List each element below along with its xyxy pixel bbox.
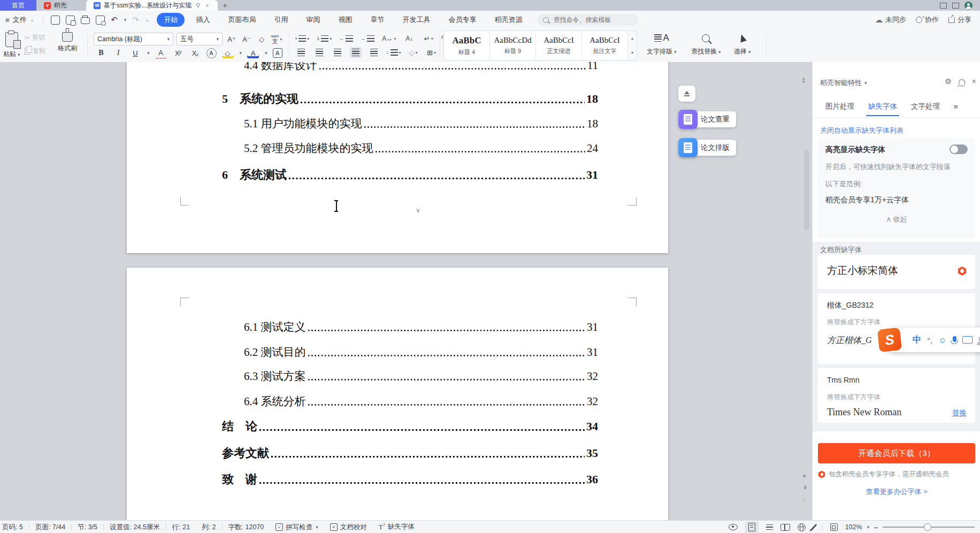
file-menu[interactable]: ≡ 文件 ⌄: [0, 15, 40, 25]
read-mode-icon[interactable]: [780, 524, 790, 531]
ribbon-tab-section[interactable]: 章节: [363, 13, 391, 27]
underline-button[interactable]: U: [129, 48, 141, 58]
collaborate-button[interactable]: 协作: [916, 15, 939, 25]
more-tabs-icon[interactable]: ≡: [954, 103, 958, 111]
font-card-fangzheng[interactable]: 方正小标宋简体: [818, 255, 975, 289]
ribbon-tab-page-layout[interactable]: 页面布局: [221, 13, 263, 27]
bell-icon[interactable]: [959, 79, 965, 85]
print-layout-view-button[interactable]: [745, 521, 759, 533]
line-spacing-button[interactable]: ↕▾: [386, 47, 401, 58]
ime-emoji-icon[interactable]: ☺: [938, 336, 946, 345]
chevron-down-icon[interactable]: ▾: [240, 50, 242, 56]
subscript-button[interactable]: X₂: [189, 48, 201, 58]
styles-scroll-up-icon[interactable]: ▴: [631, 36, 633, 41]
print-preview-icon[interactable]: [96, 16, 105, 25]
document-canvas[interactable]: 4.4 数据库设计11 5 系统的实现18 5.1 用户功能模块的实现18 5.…: [0, 62, 812, 520]
style-body-indent[interactable]: AaBbCcI 正文缩进: [536, 31, 582, 60]
more-commands-icon[interactable]: ⌄: [146, 17, 150, 22]
tab-document[interactable]: W 基于ssm实验...系统设计与实现 ⚲ ×: [86, 0, 218, 11]
bold-button[interactable]: B: [95, 48, 107, 58]
gear-icon[interactable]: ⚙: [945, 77, 952, 86]
replace-link[interactable]: 替换: [952, 408, 967, 418]
borders-button[interactable]: ⊞▾: [426, 47, 438, 58]
zoom-slider[interactable]: [883, 527, 975, 528]
redo-icon[interactable]: ↷: [132, 15, 139, 25]
tab-image-processing[interactable]: 图片处理: [825, 102, 854, 111]
close-tab-icon[interactable]: ×: [204, 2, 210, 9]
numbered-list-button[interactable]: 1▾: [317, 33, 332, 44]
superscript-button[interactable]: X²: [172, 48, 184, 58]
text-direction-button[interactable]: A↓: [403, 33, 415, 44]
tab-home[interactable]: 首页: [0, 0, 36, 11]
highlight-color-button[interactable]: ◇: [222, 48, 234, 58]
spell-check-button[interactable]: ✓ 拼写检查 ▾: [270, 523, 324, 532]
eye-protection-icon[interactable]: [729, 524, 738, 530]
ime-keyboard-icon[interactable]: [962, 336, 973, 344]
command-search-box[interactable]: [538, 14, 638, 26]
font-size-select[interactable]: 五号 ▾: [177, 33, 223, 45]
pinyin-guide-button[interactable]: wén文 ▾: [271, 34, 282, 44]
pin-tab-icon[interactable]: ⚲: [195, 2, 201, 9]
export-pdf-icon[interactable]: [66, 16, 75, 25]
paste-button[interactable]: 粘贴 ▾: [3, 32, 20, 59]
ime-chinese-mode-icon[interactable]: 中: [913, 334, 921, 346]
ink-annotate-icon[interactable]: [811, 524, 817, 530]
scroll-down-icon[interactable]: ▾: [803, 473, 806, 479]
document-proofing-button[interactable]: × 文档校对: [324, 523, 373, 532]
decrease-indent-button[interactable]: ←: [339, 33, 353, 44]
tab-docer[interactable]: V 稻壳: [36, 0, 74, 11]
styles-scroll-down-icon[interactable]: ▾: [631, 50, 633, 55]
font-color-button[interactable]: A: [247, 48, 259, 58]
fit-page-icon[interactable]: [830, 523, 838, 531]
tab-missing-fonts[interactable]: 缺失字体: [868, 102, 897, 111]
style-heading4[interactable]: AaBbC 标题 4: [444, 31, 490, 60]
copy-button[interactable]: 复制: [25, 47, 45, 56]
missing-font-status-button[interactable]: T? 缺失字体: [373, 522, 420, 531]
style-heading9[interactable]: AaBbCcDd 标题 9: [490, 31, 536, 60]
web-layout-icon[interactable]: [798, 523, 806, 531]
style-comment-text[interactable]: AaBbCcI 批注文字: [582, 31, 628, 60]
increase-font-button[interactable]: A⁺: [226, 34, 238, 44]
font-name-select[interactable]: Cambria (标题) ▾: [94, 33, 173, 45]
prev-page-icon[interactable]: ⇞: [803, 485, 807, 491]
zoom-percent[interactable]: 102%: [845, 523, 862, 531]
align-right-button[interactable]: [332, 47, 343, 58]
bullet-list-button[interactable]: •▾: [295, 33, 309, 44]
save-icon[interactable]: [51, 16, 60, 25]
document-page-1[interactable]: 4.4 数据库设计11 5 系统的实现18 5.1 用户功能模块的实现18 5.…: [127, 62, 668, 253]
vertical-scrollbar-thumb[interactable]: [804, 150, 809, 230]
chevron-down-icon[interactable]: ▾: [265, 50, 267, 56]
collapse-panel-button[interactable]: [678, 86, 695, 102]
tab-text-processing[interactable]: 文字处理: [911, 102, 940, 111]
status-word-count[interactable]: 字数: 12070: [223, 523, 270, 532]
document-page-2[interactable]: 6.1 测试定义31 6.2 测试目的31 6.3 测试方案32 6.4 系统分…: [127, 268, 668, 520]
user-avatar[interactable]: [964, 2, 973, 10]
find-replace-button[interactable]: 查找替换 ▾: [691, 32, 721, 56]
sogou-logo-icon[interactable]: S: [877, 328, 902, 352]
zoom-slider-knob[interactable]: [924, 523, 931, 531]
outline-view-icon[interactable]: [766, 524, 773, 530]
ribbon-tab-references[interactable]: 引用: [267, 13, 295, 27]
undo-icon[interactable]: ↶: [111, 15, 118, 25]
sync-status-button[interactable]: ☁ 未同步: [875, 15, 906, 25]
paper-layout-button[interactable]: 论文排版: [678, 138, 736, 157]
distribute-button[interactable]: [368, 47, 380, 58]
ime-mic-icon[interactable]: [953, 336, 956, 342]
ribbon-tab-view[interactable]: 视图: [331, 13, 359, 27]
close-panel-icon[interactable]: ×: [972, 77, 976, 86]
format-painter-button[interactable]: 格式刷: [58, 32, 77, 53]
align-left-button[interactable]: [295, 47, 307, 58]
next-page-icon[interactable]: □: [803, 498, 806, 502]
panel-title[interactable]: 稻壳智能特性 ▾: [820, 78, 867, 88]
font-card-tmsrmn[interactable]: Tms Rmn 将替换成下方字体 Times New Roman 替换: [818, 368, 975, 423]
italic-button[interactable]: I: [112, 48, 124, 58]
more-fonts-link[interactable]: 查看更多办公字体 >: [813, 487, 980, 497]
download-after-membership-button[interactable]: 开通会员后下载（3）: [818, 443, 975, 463]
search-input[interactable]: [552, 16, 624, 24]
new-tab-button[interactable]: +: [218, 0, 233, 11]
text-typeset-button[interactable]: A 文字排版 ▾: [647, 32, 677, 56]
char-border-button[interactable]: A: [273, 48, 282, 58]
ribbon-tab-home[interactable]: 开始: [157, 13, 185, 27]
decrease-font-button[interactable]: A⁻: [241, 34, 252, 44]
scroll-top-icon[interactable]: ▴▴: [802, 77, 805, 82]
